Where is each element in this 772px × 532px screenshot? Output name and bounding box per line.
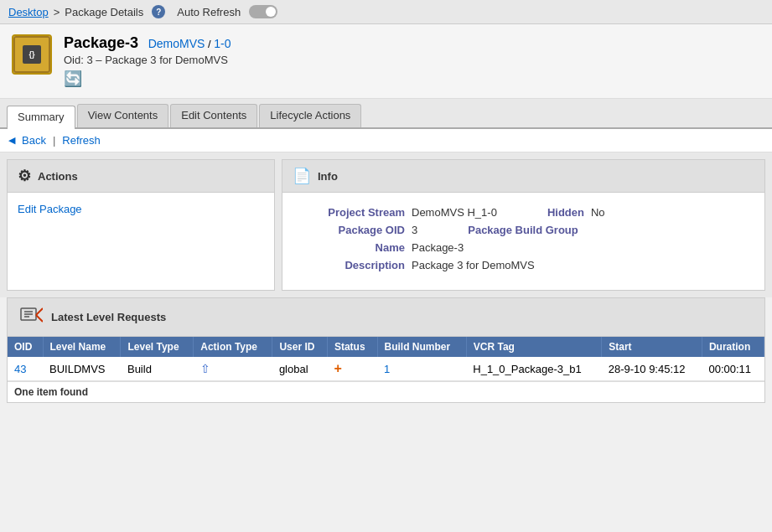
- nav-bar: ◀ Back | Refresh: [0, 129, 772, 152]
- top-bar: Desktop > Package Details ? Auto Refresh: [0, 0, 772, 24]
- tab-view-contents[interactable]: View Contents: [77, 104, 169, 127]
- col-user-id: User ID: [272, 337, 328, 357]
- col-action-type: Action Type: [194, 337, 272, 357]
- row-user-id: global: [272, 357, 328, 381]
- actions-gear-icon: ⚙: [18, 167, 31, 185]
- demo-mvs-link[interactable]: DemoMVS: [148, 37, 205, 50]
- package-oid-label: Package OID: [296, 224, 405, 236]
- row-level-name: BUILDMVS: [43, 357, 121, 381]
- row-vcr-tag: H_1_0_Package-3_b1: [466, 357, 601, 381]
- refresh-link[interactable]: Refresh: [62, 134, 101, 147]
- actions-panel: ⚙ Actions Edit Package: [7, 159, 275, 291]
- col-start: Start: [602, 337, 702, 357]
- oid-link[interactable]: 43: [14, 363, 26, 375]
- package-refresh-icon[interactable]: 🔄: [64, 70, 231, 88]
- table-row: 43 BUILDMVS Build ⇧ global + 1 H_1_0_Pac…: [8, 357, 764, 381]
- info-doc-icon: 📄: [293, 167, 311, 185]
- row-level-type: Build: [121, 357, 194, 381]
- hidden-value: No: [591, 206, 605, 219]
- latest-requests-header: Latest Level Requests: [8, 298, 764, 337]
- package-name: Package-3: [64, 34, 138, 51]
- action-type-arrow-icon: ⇧: [200, 362, 210, 375]
- tab-summary[interactable]: Summary: [7, 106, 75, 129]
- package-info: Package-3 DemoMVS / 1-0 Oid: 3 – Package…: [64, 34, 231, 88]
- tab-lifecycle-actions[interactable]: Lifecycle Actions: [259, 104, 361, 127]
- row-build-number: 1: [377, 357, 466, 381]
- info-row-1: Project Stream DemoMVS H_1-0 Hidden No: [296, 206, 751, 219]
- row-duration: 00:00:11: [702, 357, 764, 381]
- row-status: +: [327, 357, 377, 381]
- table-header-row: OID Level Name Level Type Action Type Us…: [8, 337, 764, 357]
- pkg-build-group-label: Package Build Group: [468, 224, 578, 236]
- build-number-link[interactable]: 1: [384, 363, 390, 375]
- actions-title: Actions: [38, 170, 78, 183]
- hidden-label: Hidden: [547, 206, 584, 219]
- status-plus-icon: +: [334, 361, 341, 375]
- help-icon[interactable]: ?: [152, 5, 165, 18]
- info-panel: 📄 Info Project Stream DemoMVS H_1-0 Hidd…: [282, 159, 765, 291]
- table-footer: One item found: [8, 381, 764, 402]
- package-icon: {}: [12, 34, 52, 75]
- col-oid: OID: [8, 337, 43, 357]
- package-breadcrumb-links: DemoMVS / 1-0: [148, 38, 231, 50]
- info-row-2: Package OID 3 Package Build Group: [296, 224, 751, 236]
- latest-requests-title: Latest Level Requests: [51, 311, 166, 323]
- package-oid-value: 3: [412, 224, 417, 236]
- row-start: 28-9-10 9:45:12: [602, 357, 702, 381]
- actions-panel-content: Edit Package: [8, 193, 274, 225]
- info-row-3: Name Package-3: [296, 241, 751, 254]
- description-label: Description: [296, 259, 405, 271]
- auto-refresh-label: Auto Refresh: [177, 6, 241, 18]
- requests-table: OID Level Name Level Type Action Type Us…: [8, 337, 764, 381]
- description-value: Package 3 for DemoMVS: [412, 259, 535, 271]
- version-link[interactable]: 1-0: [214, 37, 231, 50]
- edit-package-link[interactable]: Edit Package: [18, 203, 82, 215]
- package-oid: Oid: 3 – Package 3 for DemoMVS: [64, 54, 231, 66]
- breadcrumb-page: Package Details: [65, 6, 143, 18]
- info-panel-header: 📄 Info: [282, 160, 764, 193]
- tab-edit-contents[interactable]: Edit Contents: [170, 104, 257, 127]
- col-build-number: Build Number: [377, 337, 466, 357]
- row-oid: 43: [8, 357, 43, 381]
- info-grid: Project Stream DemoMVS H_1-0 Hidden No P…: [282, 193, 764, 290]
- tab-bar: Summary View Contents Edit Contents Life…: [0, 99, 772, 129]
- back-link[interactable]: Back: [22, 134, 46, 147]
- col-vcr-tag: VCR Tag: [466, 337, 601, 357]
- col-level-type: Level Type: [121, 337, 194, 357]
- col-status: Status: [327, 337, 377, 357]
- package-icon-label: {}: [28, 50, 34, 59]
- package-header: {} Package-3 DemoMVS / 1-0 Oid: 3 – Pack…: [0, 24, 772, 99]
- info-title: Info: [318, 170, 338, 183]
- info-row-4: Description Package 3 for DemoMVS: [296, 259, 751, 271]
- latest-requests-section: Latest Level Requests OID Level Name Lev…: [7, 297, 765, 403]
- project-stream-value: DemoMVS H_1-0: [412, 206, 497, 219]
- col-level-name: Level Name: [43, 337, 121, 357]
- back-arrow-icon: ◀: [8, 135, 15, 146]
- col-duration: Duration: [702, 337, 764, 357]
- name-label: Name: [296, 241, 405, 254]
- breadcrumb-desktop[interactable]: Desktop: [8, 6, 49, 18]
- actions-panel-header: ⚙ Actions: [8, 160, 274, 193]
- auto-refresh-toggle[interactable]: [249, 5, 277, 18]
- main-content: ⚙ Actions Edit Package 📄 Info Project St…: [0, 152, 772, 297]
- breadcrumb-sep1: >: [54, 6, 60, 18]
- row-action-type: ⇧: [194, 357, 272, 381]
- level-requests-icon: [19, 305, 43, 329]
- project-stream-label: Project Stream: [296, 206, 405, 219]
- nav-sep: |: [53, 134, 55, 147]
- name-value: Package-3: [412, 241, 464, 254]
